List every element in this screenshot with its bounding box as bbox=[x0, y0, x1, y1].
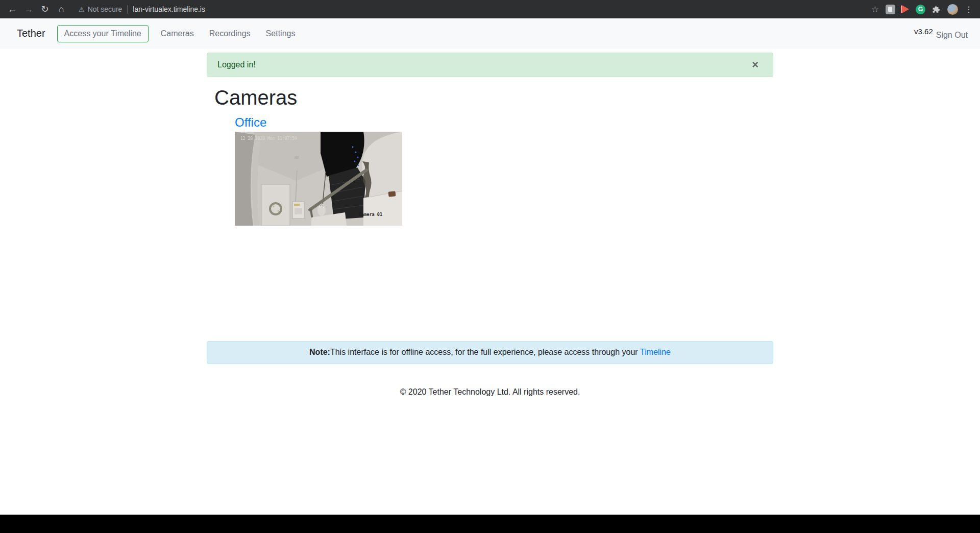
camera-label-overlay: Camera 01 bbox=[359, 212, 382, 217]
security-label[interactable]: Not secure bbox=[88, 5, 122, 13]
copyright-text: © 2020 Tether Technology Ltd. All rights… bbox=[207, 387, 773, 397]
omnibox-divider bbox=[127, 5, 128, 14]
bottom-black-bar bbox=[0, 515, 980, 533]
grammarly-icon[interactable]: G bbox=[916, 5, 925, 14]
forward-icon[interactable]: → bbox=[22, 0, 35, 18]
extensions-puzzle-icon[interactable] bbox=[932, 5, 941, 14]
brand-logo[interactable]: Tether bbox=[17, 28, 45, 39]
navbar-right: v3.62 Sign Out bbox=[914, 29, 968, 38]
timeline-link[interactable]: Timeline bbox=[640, 348, 671, 357]
page-title: Cameras bbox=[214, 85, 773, 110]
access-timeline-button[interactable]: Access your Timeline bbox=[57, 25, 149, 42]
bookmark-star-icon[interactable]: ☆ bbox=[871, 4, 879, 15]
nav-item-settings[interactable]: Settings bbox=[258, 25, 303, 42]
nav-item-recordings[interactable]: Recordings bbox=[202, 25, 258, 42]
note-text: This interface is for offline access, fo… bbox=[330, 348, 640, 357]
extension-arrow-icon[interactable] bbox=[902, 5, 909, 13]
security-warning-icon[interactable]: ⚠ bbox=[79, 6, 85, 13]
home-icon[interactable]: ⌂ bbox=[55, 0, 68, 18]
browser-menu-icon[interactable]: ⋮ bbox=[965, 5, 973, 14]
address-bar-url[interactable]: lan-virtualex.timeline.is bbox=[133, 5, 205, 13]
alert-message: Logged in! bbox=[217, 60, 256, 69]
note-bold-label: Note: bbox=[309, 348, 330, 357]
camera-snapshot[interactable]: 12 28 2020 Mon 11:07:59 Camera 01 bbox=[235, 132, 402, 226]
nav-item-cameras[interactable]: Cameras bbox=[153, 25, 202, 42]
content-spacer bbox=[207, 226, 773, 341]
browser-toolbar-right: ☆ G ⋮ bbox=[871, 4, 973, 15]
login-success-alert: Logged in! × bbox=[207, 53, 773, 77]
offline-note-bar: Note:This interface is for offline acces… bbox=[207, 341, 773, 364]
close-icon[interactable]: × bbox=[748, 59, 763, 70]
reload-icon[interactable]: ↻ bbox=[38, 0, 52, 18]
app-navbar: Tether Access your Timeline Cameras Reco… bbox=[0, 18, 980, 49]
profile-avatar[interactable] bbox=[947, 4, 958, 15]
back-icon[interactable]: ← bbox=[6, 0, 19, 18]
version-label: v3.62 bbox=[914, 27, 933, 36]
camera-name-link[interactable]: Office bbox=[235, 115, 266, 130]
camera-timestamp-overlay: 12 28 2020 Mon 11:07:59 bbox=[240, 136, 297, 141]
main-container: Logged in! × Cameras Office bbox=[207, 53, 773, 397]
extension-icon[interactable] bbox=[886, 5, 895, 14]
sign-out-link[interactable]: Sign Out bbox=[936, 31, 968, 40]
browser-toolbar: ← → ↻ ⌂ ⚠ Not secure lan-virtualex.timel… bbox=[0, 0, 980, 18]
camera-card: Office bbox=[235, 115, 773, 226]
